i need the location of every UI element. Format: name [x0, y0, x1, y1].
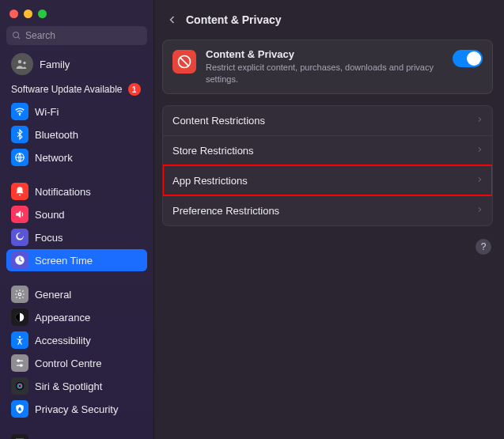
sidebar-item-label: Sound: [35, 209, 142, 221]
sidebar: Family Software Update Available 1 Wi-Fi…: [0, 0, 154, 439]
svg-line-1: [18, 37, 21, 40]
focus-icon: [11, 229, 28, 246]
sidebar-item-siri[interactable]: Siri & Spotlight: [6, 375, 147, 397]
chevron-right-icon: [476, 205, 483, 217]
network-icon: [11, 149, 28, 166]
sidebar-item-label: Accessibility: [35, 335, 142, 346]
sidebar-item-label: General: [35, 289, 142, 301]
svg-point-10: [17, 360, 19, 361]
update-badge: 1: [128, 83, 141, 96]
sidebar-item-label: Bluetooth: [35, 129, 142, 141]
sidebar-item-label: Network: [35, 152, 142, 164]
sidebar-item-desktop-dock[interactable]: Desktop & Dock: [6, 432, 147, 439]
update-label: Software Update Available: [11, 84, 123, 95]
sidebar-item-notifications[interactable]: Notifications: [6, 180, 147, 202]
chevron-right-icon: [476, 145, 483, 157]
svg-point-0: [13, 32, 19, 38]
sidebar-item-control-centre[interactable]: Control Centre: [6, 352, 147, 374]
sidebar-item-label: Notifications: [35, 186, 142, 198]
sidebar-item-accessibility[interactable]: Accessibility: [6, 329, 147, 351]
bluetooth-icon: [11, 126, 28, 143]
row-preference-restrictions[interactable]: Preference Restrictions: [163, 195, 492, 225]
chevron-right-icon: [476, 115, 483, 127]
sidebar-item-label: Siri & Spotlight: [35, 380, 142, 392]
search-icon: [12, 31, 21, 40]
sidebar-item-label: Screen Time: [35, 255, 142, 267]
minimize-window-button[interactable]: [24, 9, 32, 18]
help-button[interactable]: ?: [476, 239, 491, 255]
sidebar-scroll[interactable]: Wi-FiBluetoothNetworkNotificationsSoundF…: [0, 100, 153, 439]
main-panel: Content & Privacy Content & Privacy Rest…: [154, 0, 504, 439]
page-title: Content & Privacy: [186, 13, 282, 26]
sidebar-item-label: Family: [40, 59, 142, 70]
row-label: App Restrictions: [172, 175, 476, 187]
sidebar-item-label: Focus: [35, 232, 142, 244]
restrictions-group: Content RestrictionsStore RestrictionsAp…: [162, 105, 493, 226]
content-privacy-hero: Content & Privacy Restrict explicit cont…: [162, 40, 493, 94]
sidebar-item-appearance[interactable]: Appearance: [6, 306, 147, 328]
appearance-icon: [11, 308, 28, 326]
svg-point-6: [18, 293, 21, 296]
svg-point-2: [18, 60, 22, 64]
chevron-left-icon: [168, 14, 177, 25]
hero-subtitle: Restrict explicit content, purchases, do…: [206, 62, 445, 85]
search-input[interactable]: [25, 30, 142, 41]
sidebar-item-label: Wi-Fi: [35, 106, 142, 118]
row-app-restrictions[interactable]: App Restrictions: [163, 165, 492, 195]
sidebar-item-bluetooth[interactable]: Bluetooth: [6, 123, 147, 146]
row-content-restrictions[interactable]: Content Restrictions: [163, 106, 492, 135]
sidebar-item-label: Control Centre: [35, 358, 142, 369]
sidebar-item-network[interactable]: Network: [6, 146, 147, 168]
row-label: Content Restrictions: [172, 115, 476, 127]
screen-time-icon: [11, 252, 28, 269]
sidebar-item-screen-time[interactable]: Screen Time: [6, 249, 147, 271]
content-privacy-toggle[interactable]: [453, 50, 483, 67]
sidebar-item-label: Appearance: [35, 312, 142, 324]
software-update-row[interactable]: Software Update Available 1: [0, 80, 153, 100]
row-store-restrictions[interactable]: Store Restrictions: [163, 135, 492, 165]
sidebar-item-focus[interactable]: Focus: [6, 226, 147, 248]
hero-title: Content & Privacy: [206, 48, 445, 60]
sound-icon: [11, 206, 28, 223]
svg-point-12: [21, 365, 22, 366]
svg-point-8: [19, 336, 21, 338]
close-window-button[interactable]: [9, 9, 18, 18]
siri-icon: [11, 377, 28, 395]
svg-line-22: [180, 58, 189, 66]
sidebar-item-wifi[interactable]: Wi-Fi: [6, 100, 147, 123]
wifi-icon: [11, 103, 28, 120]
accessibility-icon: [11, 331, 28, 349]
back-button[interactable]: [164, 11, 181, 28]
no-sign-icon: [172, 50, 196, 74]
search-field[interactable]: [6, 26, 147, 45]
svg-point-3: [23, 62, 25, 64]
window-controls: [0, 0, 153, 26]
row-label: Store Restrictions: [172, 145, 476, 157]
sidebar-item-label: Privacy & Security: [35, 403, 142, 415]
header: Content & Privacy: [162, 8, 493, 40]
chevron-right-icon: [476, 175, 483, 187]
fullscreen-window-button[interactable]: [38, 9, 47, 18]
privacy-icon: [11, 400, 28, 418]
row-label: Preference Restrictions: [172, 205, 476, 217]
sidebar-item-general[interactable]: General: [6, 283, 147, 305]
svg-point-4: [19, 115, 20, 115]
general-icon: [11, 286, 28, 303]
sidebar-item-family[interactable]: Family: [6, 51, 147, 77]
sidebar-item-sound[interactable]: Sound: [6, 203, 147, 225]
control-centre-icon: [11, 354, 28, 372]
desktop-dock-icon: [11, 434, 28, 439]
notifications-icon: [11, 183, 28, 200]
svg-point-13: [16, 382, 25, 391]
sidebar-item-privacy[interactable]: Privacy & Security: [6, 398, 147, 420]
family-avatar-icon: [11, 53, 33, 75]
